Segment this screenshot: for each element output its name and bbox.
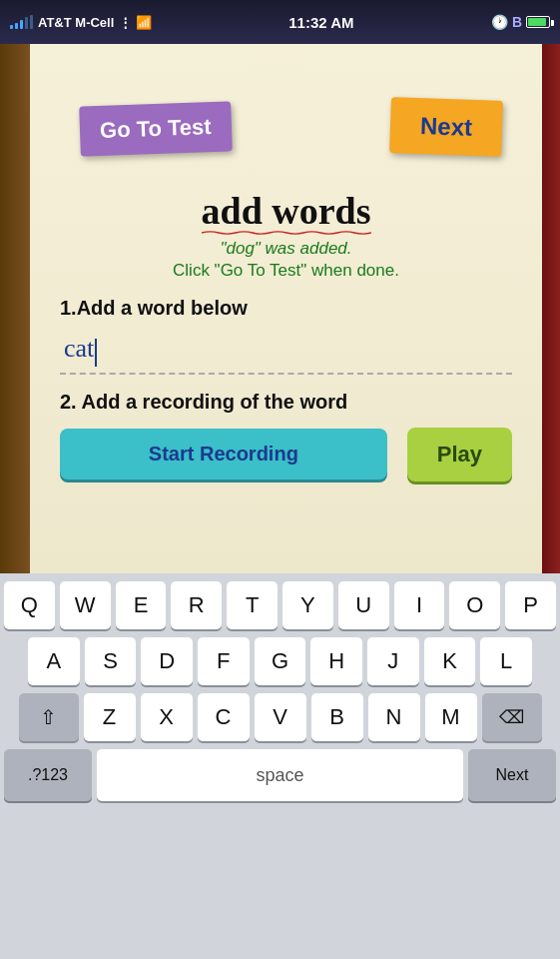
signal-bars-icon bbox=[10, 15, 33, 29]
added-message-2: Click "Go To Test" when done. bbox=[60, 261, 512, 281]
wifi-icon: ⋮ 📶 bbox=[119, 15, 152, 30]
key-a[interactable]: A bbox=[28, 637, 80, 685]
key-f[interactable]: F bbox=[198, 637, 250, 685]
clock: 11:32 AM bbox=[288, 14, 353, 31]
bluetooth-icon: B bbox=[512, 14, 522, 30]
key-n[interactable]: N bbox=[368, 693, 420, 741]
page-title: add words bbox=[202, 189, 371, 233]
key-g[interactable]: G bbox=[255, 637, 306, 685]
key-b[interactable]: B bbox=[311, 693, 363, 741]
key-z[interactable]: Z bbox=[84, 693, 136, 741]
main-area: Go To Test Next add words "dog" was adde… bbox=[0, 44, 560, 573]
start-recording-button[interactable]: Start Recording bbox=[60, 429, 387, 480]
key-y[interactable]: Y bbox=[282, 581, 333, 629]
keyboard-row-1: Q W E R T Y U I O P bbox=[0, 581, 560, 629]
step2-label: 2. Add a recording of the word bbox=[60, 391, 512, 414]
key-q[interactable]: Q bbox=[4, 581, 55, 629]
key-j[interactable]: J bbox=[367, 637, 419, 685]
keyboard-bottom-row: .?123 space Next bbox=[0, 749, 560, 801]
key-i[interactable]: I bbox=[394, 581, 445, 629]
title-container: add words bbox=[60, 189, 512, 233]
battery-icon bbox=[526, 16, 550, 28]
key-x[interactable]: X bbox=[141, 693, 193, 741]
key-m[interactable]: M bbox=[425, 693, 477, 741]
wavy-underline-icon bbox=[202, 229, 371, 237]
delete-key[interactable]: ⌫ bbox=[482, 693, 542, 741]
key-r[interactable]: R bbox=[171, 581, 222, 629]
recording-buttons-area: Start Recording Play bbox=[60, 428, 512, 481]
keyboard: Q W E R T Y U I O P A S D F G H J K L ⇧ … bbox=[0, 573, 560, 959]
key-u[interactable]: U bbox=[338, 581, 389, 629]
book-right-binding bbox=[542, 44, 560, 573]
next-top-button[interactable]: Next bbox=[389, 97, 503, 157]
step1-label: 1.Add a word below bbox=[60, 297, 512, 320]
key-e[interactable]: E bbox=[116, 581, 167, 629]
symbol-key[interactable]: .?123 bbox=[4, 749, 92, 801]
goto-test-button[interactable]: Go To Test bbox=[79, 101, 232, 156]
status-bar: AT&T M-Cell ⋮ 📶 11:32 AM 🕐 B bbox=[0, 0, 560, 44]
keyboard-row-3: ⇧ Z X C V B N M ⌫ bbox=[0, 693, 560, 741]
keyboard-row-2: A S D F G H J K L bbox=[0, 637, 560, 685]
key-v[interactable]: V bbox=[255, 693, 306, 741]
key-w[interactable]: W bbox=[60, 581, 111, 629]
next-bottom-key[interactable]: Next bbox=[468, 749, 556, 801]
key-o[interactable]: O bbox=[449, 581, 500, 629]
key-k[interactable]: K bbox=[424, 637, 476, 685]
page-content: Go To Test Next add words "dog" was adde… bbox=[30, 44, 542, 573]
status-right: 🕐 B bbox=[491, 14, 550, 30]
key-p[interactable]: P bbox=[505, 581, 556, 629]
key-c[interactable]: C bbox=[198, 693, 250, 741]
key-h[interactable]: H bbox=[310, 637, 362, 685]
added-message-1: "dog" was added. bbox=[60, 239, 512, 259]
text-cursor bbox=[95, 339, 97, 367]
status-left: AT&T M-Cell ⋮ 📶 bbox=[10, 15, 152, 30]
carrier-text: AT&T M-Cell bbox=[38, 15, 114, 30]
space-key[interactable]: space bbox=[97, 749, 463, 801]
clock-icon: 🕐 bbox=[491, 14, 508, 30]
book-left-binding bbox=[0, 44, 30, 573]
shift-key[interactable]: ⇧ bbox=[19, 693, 79, 741]
key-s[interactable]: S bbox=[85, 637, 137, 685]
word-input-area[interactable]: cat bbox=[60, 328, 512, 375]
key-l[interactable]: L bbox=[480, 637, 532, 685]
word-input-text: cat bbox=[64, 334, 94, 363]
key-t[interactable]: T bbox=[227, 581, 278, 629]
play-button[interactable]: Play bbox=[407, 428, 512, 481]
key-d[interactable]: D bbox=[141, 637, 193, 685]
